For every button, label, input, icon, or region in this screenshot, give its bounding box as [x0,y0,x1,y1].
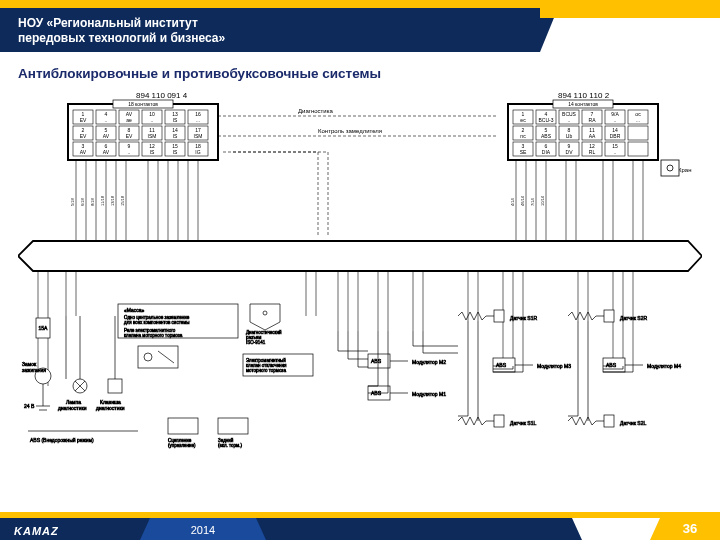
svg-text:IS: IS [173,117,178,123]
svg-text:ae: ae [126,117,132,123]
svg-text:ДиагностическийразъемISO-9141: ДиагностическийразъемISO-9141 [246,330,282,345]
svg-text:24 В: 24 В [24,403,35,409]
svg-text:5/18: 5/18 [70,197,75,206]
svg-text:Модулятор M2: Модулятор M2 [412,359,446,365]
svg-rect-191 [604,310,614,322]
ignition-label: Замокзажигания [22,361,46,373]
svg-text:8/18: 8/18 [90,197,95,206]
svg-text:RA: RA [589,117,597,123]
svg-text:Модулятор M3: Модулятор M3 [537,363,571,369]
svg-text:ABS: ABS [371,358,382,364]
svg-text:Датчик S2R: Датчик S2R [620,315,647,321]
svg-text:Одно центральное заземлениедля: Одно центральное заземлениедля всех комп… [124,315,190,325]
conn-right-partno: 894 110 110 2 [558,91,610,100]
svg-text:...: ... [636,117,640,123]
svg-point-133 [667,165,673,171]
svg-text:ABS: ABS [541,133,552,139]
svg-text:RL: RL [589,149,596,155]
institution-line1: НОУ «Региональный институт [18,16,198,30]
svg-text:SE: SE [520,149,527,155]
svg-text:IS: IS [173,149,178,155]
svg-text:46/14: 46/14 [520,195,525,206]
svg-text:AA: AA [589,133,596,139]
svg-text:ISM: ISM [148,133,157,139]
slide: НОУ «Региональный институт передовых тех… [0,0,720,540]
svg-text:15/18: 15/18 [120,195,125,206]
svg-text:AV: AV [103,133,110,139]
svg-text:EV: EV [80,133,87,139]
svg-text:..: .. [128,149,131,155]
svg-text:Задний(вкл. торм.): Задний(вкл. торм.) [218,438,242,448]
retarder-label: Контроль замедлителя [318,128,382,134]
svg-rect-195 [604,415,614,427]
svg-text:Сцепление(управление): Сцепление(управление) [168,438,196,448]
svg-text:11/18: 11/18 [100,195,105,206]
svg-text:15A: 15A [39,325,49,331]
svg-rect-70 [628,126,648,140]
svg-text:ec: ec [520,117,526,123]
slide-title: Антиблокировочные и противобуксовочные с… [18,66,381,81]
svg-text:13/18: 13/18 [110,195,115,206]
svg-text:4/14: 4/14 [510,197,515,206]
svg-text:ABS (Внедорожный режим): ABS (Внедорожный режим) [30,437,94,443]
footer-bar [0,518,572,540]
svg-text:IS: IS [150,149,155,155]
svg-rect-174 [168,418,198,434]
svg-text:AV: AV [103,149,110,155]
svg-text:ISM: ISM [194,133,203,139]
svg-text:«Масса»: «Масса» [124,307,145,313]
svg-text:..: .. [105,117,108,123]
svg-text:Модулятор M1: Модулятор M1 [412,391,446,397]
svg-text:Электромагнитныйклапан отключе: Электромагнитныйклапан отключениямоторно… [246,358,287,373]
svg-text:EV: EV [80,117,87,123]
svg-text:6/18: 6/18 [80,197,85,206]
svg-text:Ub: Ub [566,133,573,139]
svg-text:AV: AV [80,149,87,155]
svg-text:EV: EV [126,133,133,139]
svg-text:ABS: ABS [496,362,507,368]
conn-left-partno: 894 110 091 4 [136,91,188,100]
svg-text:...: ... [196,117,200,123]
svg-text:ABS: ABS [606,362,617,368]
svg-text:BCU-3: BCU-3 [538,117,553,123]
institution-line2: передовых технологий и бизнеса» [18,31,225,45]
conn-right-label: 14 контактов [568,101,598,107]
header-accent-tail [540,8,720,18]
svg-text:Датчик S2L: Датчик S2L [620,420,646,426]
svg-text:..: .. [151,117,154,123]
year-label: 2014 [150,524,256,536]
page-number: 36 [660,518,720,540]
svg-text:..: .. [614,117,617,123]
svg-text:Клавишадиагностики: Клавишадиагностики [96,399,125,411]
svg-text:nc: nc [520,133,526,139]
header-accent [0,0,720,8]
conn-left-label: 18 контактов [128,101,158,107]
diag-label: Диагностика [298,108,333,114]
wiring-diagram: 894 110 091 4 18 контактов 14AV101316 EV… [18,86,702,464]
svg-text:10/14: 10/14 [540,195,545,206]
svg-rect-193 [494,415,504,427]
svg-text:DBR: DBR [610,133,621,139]
svg-text:Лампадиагностики: Лампадиагностики [58,399,87,411]
brand-logo: KAMAZ [14,525,59,537]
svg-text:IS: IS [173,133,178,139]
svg-text:IG: IG [195,149,200,155]
svg-rect-168 [108,379,122,393]
svg-text:7/14: 7/14 [530,197,535,206]
institution-name: НОУ «Региональный институт передовых тех… [18,16,225,46]
year-box: 2014 [150,518,256,540]
svg-text:Датчик S1L: Датчик S1L [510,420,536,426]
svg-text:DV: DV [566,149,574,155]
svg-text:DIA: DIA [542,149,551,155]
svg-text:Реле электромагнитногоклапана : Реле электромагнитногоклапана моторного … [124,328,183,338]
svg-text:..: .. [614,149,617,155]
svg-rect-189 [494,310,504,322]
svg-rect-175 [218,418,248,434]
svg-rect-76 [628,142,648,156]
svg-text:Модулятор M4: Модулятор M4 [647,363,681,369]
brake-valve-label: Кран [678,167,691,173]
svg-text:Датчик S1R: Датчик S1R [510,315,537,321]
svg-text:..: .. [568,117,571,123]
